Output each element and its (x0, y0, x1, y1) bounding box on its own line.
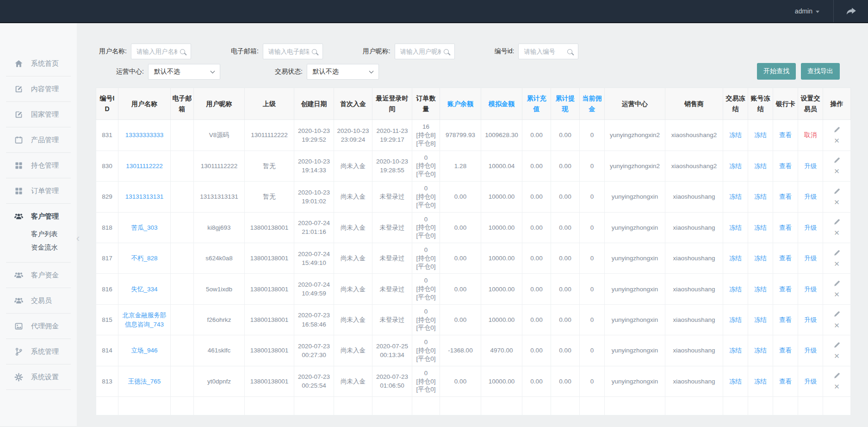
sidebar-item[interactable]: 系统设置 (14, 372, 71, 382)
trader-action-link[interactable]: 升级 (804, 193, 817, 200)
delete-x-icon[interactable]: ✕ (834, 229, 840, 236)
account-freeze-link[interactable]: 冻结 (754, 378, 767, 385)
trader-action-link[interactable]: 升级 (804, 347, 817, 354)
trade-freeze-link[interactable]: 冻结 (729, 316, 742, 323)
bank-card-view-link[interactable]: 查看 (779, 347, 792, 354)
trade-freeze-link[interactable]: 冻结 (729, 378, 742, 385)
sidebar-item[interactable]: 客户资金 (14, 270, 71, 280)
edit-pencil-icon[interactable] (833, 372, 840, 382)
edit-pencil-icon[interactable] (833, 188, 840, 197)
trader-action-link[interactable]: 升级 (804, 255, 817, 262)
sidebar-item[interactable]: 客户管理 (14, 212, 71, 221)
sidebar-item[interactable]: 订单管理 (14, 186, 71, 195)
account-freeze-link[interactable]: 冻结 (754, 255, 767, 262)
username-filter[interactable] (136, 48, 178, 56)
username-link[interactable]: 北京金融服务部信息咨询_743 (123, 312, 167, 327)
username-link[interactable]: 13131313131 (125, 193, 164, 200)
trade-freeze-link[interactable]: 冻结 (729, 163, 742, 170)
cell-first-deposit: 尚未入金 (334, 243, 372, 273)
sidebar-subitem[interactable]: 资金流水 (31, 241, 71, 254)
edit-pencil-icon[interactable] (833, 311, 840, 320)
trader-action-link[interactable]: 取消 (804, 132, 817, 138)
sidebar-item[interactable]: 持仓管理 (14, 161, 71, 170)
delete-x-icon[interactable]: ✕ (834, 352, 840, 359)
bank-card-view-link[interactable]: 查看 (779, 193, 792, 200)
trader-action-link[interactable]: 升级 (804, 286, 817, 293)
cell-commission: 0 (580, 304, 605, 335)
bank-card-view-link[interactable]: 查看 (779, 163, 792, 170)
sidebar-item[interactable]: 产品管理 (14, 135, 71, 144)
sidebar-item[interactable]: 代理佣金 (14, 321, 71, 331)
delete-x-icon[interactable]: ✕ (834, 291, 840, 298)
username-link[interactable]: 13011112222 (126, 163, 163, 170)
bank-card-view-link[interactable]: 查看 (779, 132, 792, 138)
username-link[interactable]: 失忆_334 (131, 286, 157, 293)
sidebar-item[interactable]: 交易员 (14, 296, 71, 305)
delete-x-icon[interactable]: ✕ (834, 322, 840, 329)
sidebar-item-label: 系统管理 (31, 347, 59, 356)
delete-x-icon[interactable]: ✕ (834, 168, 840, 175)
delete-x-icon[interactable]: ✕ (834, 199, 840, 206)
trade-freeze-link[interactable]: 冻结 (729, 132, 742, 138)
username-link[interactable]: 苦瓜_303 (131, 224, 157, 231)
admin-dropdown[interactable]: admin (781, 0, 833, 22)
trade-freeze-link[interactable]: 冻结 (729, 347, 742, 354)
account-freeze-link[interactable]: 冻结 (754, 316, 767, 323)
trade-freeze-link[interactable]: 冻结 (729, 255, 742, 262)
table-row: 814 立场_946 461sklfc 13800138001 2020-07-… (96, 335, 851, 366)
trade-freeze-link[interactable]: 冻结 (729, 193, 742, 200)
column-header[interactable]: 当前佣金 (580, 88, 605, 120)
column-header[interactable]: 账户余额 (440, 88, 481, 120)
username-link[interactable]: 立场_946 (131, 347, 157, 354)
account-freeze-link[interactable]: 冻结 (754, 132, 767, 138)
trader-action-link[interactable]: 升级 (804, 163, 817, 170)
edit-pencil-icon[interactable] (833, 219, 840, 228)
cell-total-recharge: 0.00 (522, 212, 551, 243)
id-filter[interactable] (523, 48, 565, 56)
logout-button[interactable] (834, 0, 868, 22)
sidebar-item[interactable]: 系统首页 (14, 59, 71, 68)
bank-card-view-link[interactable]: 查看 (779, 316, 792, 323)
trader-action-link[interactable]: 升级 (804, 316, 817, 323)
bank-card-view-link[interactable]: 查看 (779, 286, 792, 293)
sidebar-subitem[interactable]: 客户列表 (31, 227, 71, 241)
sidebar-item[interactable]: 国家管理 (14, 110, 71, 119)
trade-freeze-link[interactable]: 冻结 (729, 224, 742, 231)
sidebar-item-label: 产品管理 (31, 136, 59, 144)
edit-pencil-icon[interactable] (833, 342, 840, 351)
account-freeze-link[interactable]: 冻结 (754, 193, 767, 200)
edit-pencil-icon[interactable] (833, 157, 840, 166)
trader-action-link[interactable]: 升级 (804, 224, 817, 231)
start-search-button[interactable]: 开始查找 (757, 63, 796, 80)
account-freeze-link[interactable]: 冻结 (754, 286, 767, 293)
edit-pencil-icon[interactable] (833, 280, 840, 289)
delete-x-icon[interactable]: ✕ (834, 260, 840, 267)
bank-card-view-link[interactable]: 查看 (779, 224, 792, 231)
nickname-filter[interactable] (399, 48, 442, 56)
username-link[interactable]: 不朽_828 (131, 255, 157, 262)
sidebar-item[interactable]: 系统管理 (14, 347, 71, 356)
edit-pencil-icon[interactable] (833, 250, 840, 259)
bank-card-view-link[interactable]: 查看 (779, 255, 792, 262)
edit-pencil-icon[interactable] (833, 126, 840, 136)
delete-x-icon[interactable]: ✕ (834, 137, 840, 144)
username-link[interactable]: 13333333333 (125, 132, 164, 138)
delete-x-icon[interactable]: ✕ (834, 383, 840, 390)
bank-card-view-link[interactable]: 查看 (779, 378, 792, 385)
account-freeze-link[interactable]: 冻结 (754, 347, 767, 354)
trader-action-link[interactable]: 升级 (804, 378, 817, 385)
column-header[interactable]: 累计充值 (522, 88, 551, 120)
email-filter[interactable] (267, 48, 310, 56)
account-freeze-link[interactable]: 冻结 (754, 163, 767, 170)
column-header[interactable]: 模拟金额 (481, 88, 522, 120)
cell-email (171, 335, 194, 366)
username-link[interactable]: 王德法_765 (128, 378, 161, 385)
operation-center-select[interactable]: 默认不选 (148, 64, 220, 80)
account-freeze-link[interactable]: 冻结 (754, 224, 767, 231)
search-export-button[interactable]: 查找导出 (801, 63, 840, 80)
sidebar-item[interactable]: 内容管理 (14, 84, 71, 94)
grid-icon (14, 161, 23, 170)
trade-freeze-link[interactable]: 冻结 (729, 286, 742, 293)
column-header[interactable]: 累计提现 (551, 88, 580, 120)
trade-status-select[interactable]: 默认不选 (307, 64, 379, 80)
